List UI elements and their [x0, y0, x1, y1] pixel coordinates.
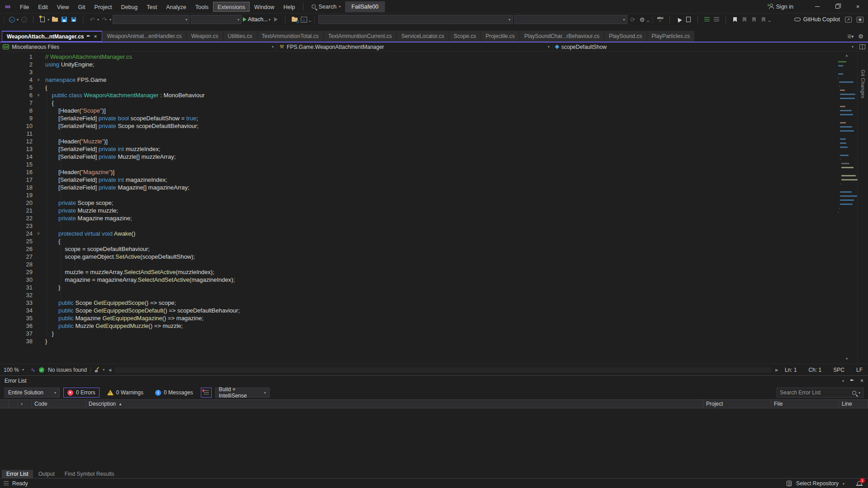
menu-item-analyze[interactable]: Analyze: [161, 2, 190, 12]
undo-dropdown[interactable]: ▾: [97, 18, 99, 22]
next-bookmark-button[interactable]: [750, 15, 758, 24]
column-header-line[interactable]: Line: [839, 400, 868, 408]
navigate-forward-button[interactable]: →: [20, 15, 28, 24]
quick-search[interactable]: Search ▾: [307, 4, 345, 10]
sync-icon[interactable]: ⟳: [629, 15, 637, 24]
new-file-dropdown[interactable]: ▾: [47, 18, 49, 22]
fold-chevron-icon[interactable]: ∨: [33, 76, 44, 84]
code-health-icon[interactable]: ∿: [31, 367, 35, 373]
hscroll-left-icon[interactable]: ◀: [108, 368, 111, 372]
document-tab[interactable]: PlaySound.cs: [604, 31, 646, 42]
close-panel-icon[interactable]: ×: [860, 378, 863, 384]
fold-chevron-icon[interactable]: ∨: [33, 230, 44, 237]
panel-tab-output[interactable]: Output: [34, 470, 59, 478]
close-button[interactable]: ×: [848, 0, 868, 14]
code-cleanup-broom-icon[interactable]: [95, 367, 100, 372]
bookmark-overflow[interactable]: ‗: [768, 18, 770, 22]
menu-item-extensions[interactable]: Extensions: [213, 2, 250, 12]
select-pointer-button[interactable]: [675, 15, 683, 24]
toolbar-overflow[interactable]: ‗: [309, 18, 311, 22]
cursor-column-indicator[interactable]: Ch: 1: [809, 367, 822, 373]
error-list-body[interactable]: [0, 408, 868, 469]
zoom-selector[interactable]: 100 % ▾: [4, 367, 27, 373]
paste-format-button[interactable]: [684, 15, 693, 24]
previous-bookmark-button[interactable]: [740, 15, 749, 24]
toolbar-drag-handle[interactable]: [3, 16, 5, 23]
close-tab-icon[interactable]: ×: [94, 33, 97, 40]
menu-item-project[interactable]: Project: [90, 2, 117, 12]
error-list-search-box[interactable]: Search Error List ▾: [777, 388, 863, 398]
errors-filter-button[interactable]: × 0 Errors: [63, 388, 100, 398]
column-header-code[interactable]: Code: [32, 400, 86, 408]
column-header-description[interactable]: Description▲: [86, 400, 703, 408]
warnings-filter-button[interactable]: 0 Warnings: [103, 388, 147, 398]
platform-combobox[interactable]: ▾: [191, 15, 242, 24]
document-tab[interactable]: Utilities.cs: [223, 31, 257, 42]
active-files-dropdown-icon[interactable]: ☰▾: [847, 34, 854, 39]
scroll-up-icon[interactable]: ▲: [836, 52, 857, 58]
messages-filter-button[interactable]: i 0 Messages: [151, 388, 197, 398]
settings-gear-button[interactable]: ⚙: [638, 15, 646, 24]
show-details-toggle[interactable]: [201, 388, 212, 398]
format-document-button[interactable]: [703, 15, 711, 24]
document-tab[interactable]: TextAmmunitionCurrent.cs: [324, 31, 397, 42]
configuration-combobox[interactable]: ▾: [113, 15, 190, 24]
hscroll-right-icon[interactable]: ▶: [775, 368, 778, 372]
scroll-down-icon[interactable]: ▼: [836, 356, 857, 362]
redo-button[interactable]: ↷: [100, 15, 109, 24]
menu-item-test[interactable]: Test: [142, 2, 161, 12]
code-cleanup-dropdown[interactable]: ▾: [103, 368, 104, 372]
menu-item-git[interactable]: Git: [74, 2, 90, 12]
pin-icon[interactable]: [850, 379, 854, 383]
scrollbar-minimap[interactable]: ▲ ▼: [836, 52, 857, 364]
sign-in-button[interactable]: + Sign in: [766, 4, 793, 10]
text-editor-combobox[interactable]: ▾: [318, 15, 513, 24]
document-tab[interactable]: Weapon.cs: [187, 31, 223, 42]
tab-settings-gear-icon[interactable]: ⚙: [858, 33, 863, 40]
type-dropdown[interactable]: ⚒ FPS.Game.WeaponAttachmentManager ▾: [277, 43, 553, 51]
document-tab[interactable]: PlayParticles.cs: [647, 31, 695, 42]
minimize-button[interactable]: [807, 0, 827, 14]
undo-button[interactable]: ↶: [88, 15, 96, 24]
fold-chevron-icon[interactable]: ∨: [33, 91, 44, 99]
split-window-button[interactable]: [857, 43, 868, 51]
open-file-button[interactable]: [51, 15, 59, 24]
document-tab[interactable]: TextAmmunitionTotal.cs: [257, 31, 323, 42]
select-repository-button[interactable]: Select Repository: [796, 480, 839, 487]
document-tab[interactable]: WeaponAttach...ntManager.cs×: [2, 31, 102, 42]
panel-tab-find-symbol-results[interactable]: Find Symbol Results: [60, 470, 119, 478]
gear-overflow[interactable]: ‗: [647, 18, 649, 22]
navigate-back-dropdown[interactable]: ▾: [17, 18, 19, 22]
menu-item-debug[interactable]: Debug: [116, 2, 142, 12]
panel-tab-error-list[interactable]: Error List: [2, 470, 33, 478]
project-dropdown[interactable]: C# Miscellaneous Files ▾: [0, 43, 277, 51]
toggle-bookmark-button[interactable]: [731, 15, 739, 24]
search-scope-combobox[interactable]: ▾: [514, 15, 627, 24]
copilot-menu-icon[interactable]: ◉: [857, 17, 863, 23]
menu-item-help[interactable]: Help: [279, 2, 300, 12]
cursor-line-indicator[interactable]: Ln: 1: [785, 367, 797, 373]
document-tab[interactable]: ServiceLocator.cs: [397, 31, 449, 42]
background-tasks-icon[interactable]: [4, 481, 9, 485]
save-button[interactable]: [60, 15, 68, 24]
document-tab[interactable]: Scope.cs: [449, 31, 480, 42]
toolbar-drag-handle[interactable]: [314, 16, 316, 23]
column-header-file[interactable]: File: [771, 400, 839, 408]
menu-item-tools[interactable]: Tools: [191, 2, 213, 12]
toolbar-drag-handle[interactable]: [652, 16, 654, 23]
document-tab[interactable]: Projectile.cs: [481, 31, 519, 42]
indentation-indicator[interactable]: SPC: [833, 367, 844, 373]
eol-indicator[interactable]: LF: [856, 367, 863, 373]
redo-dropdown[interactable]: ▾: [109, 18, 111, 22]
code-editor[interactable]: 1234∨56∨78910111213141516171819202122232…: [0, 52, 857, 364]
menu-item-edit[interactable]: Edit: [33, 2, 52, 12]
solution-explorer-home-button[interactable]: ⌂: [300, 15, 308, 24]
column-filter-icon[interactable]: ▾: [18, 400, 32, 408]
scope-filter-dropdown[interactable]: Entire Solution ▾: [5, 388, 60, 398]
git-changes-vertical-tab[interactable]: Git Changes: [860, 70, 866, 99]
window-position-dropdown-icon[interactable]: ▾: [842, 379, 844, 383]
github-copilot-button[interactable]: GitHub Copilot: [794, 16, 840, 23]
attach-debugger-button[interactable]: Attach... ▾: [243, 15, 270, 24]
code-text-area[interactable]: // WeaponAttachmentManager.csusing Unity…: [45, 52, 836, 364]
menu-item-file[interactable]: File: [15, 2, 33, 12]
